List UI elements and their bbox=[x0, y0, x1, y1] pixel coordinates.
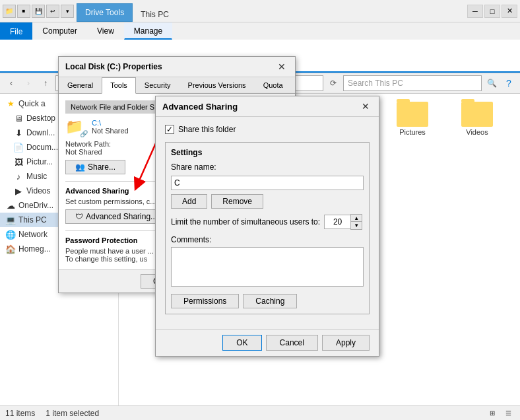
properties-title-bar: Local Disk (C:) Properties ✕ bbox=[59, 57, 295, 77]
tab-previous-versions[interactable]: Previous Versions bbox=[179, 77, 255, 93]
settings-label: Settings bbox=[171, 148, 364, 157]
advanced-sharing-body: ✓ Share this folder Settings Share name:… bbox=[156, 117, 379, 329]
advanced-sharing-dialog-title: Advanced Sharing bbox=[162, 102, 238, 112]
advanced-sharing-button-label: Advanced Sharing... bbox=[86, 212, 157, 221]
remove-button[interactable]: Remove bbox=[211, 194, 263, 209]
ok-button[interactable]: OK bbox=[222, 335, 261, 351]
share-folder-checkbox-label: Share this folder bbox=[178, 125, 236, 134]
advanced-sharing-footer: OK Cancel Apply bbox=[156, 329, 379, 356]
spinner-value[interactable]: 20 bbox=[324, 215, 350, 229]
share-folder-checkbox[interactable]: ✓ bbox=[165, 125, 174, 134]
properties-close-button[interactable]: ✕ bbox=[275, 61, 288, 73]
comments-textarea[interactable] bbox=[171, 247, 364, 287]
limit-label: Limit the number of simultaneous users t… bbox=[171, 217, 320, 227]
user-limit-spinner: 20 ▲ ▼ bbox=[324, 214, 362, 230]
share-name-label: Share name: bbox=[171, 162, 224, 172]
share-icon: 👥 bbox=[75, 162, 85, 172]
share-folder-icon: 📁 🔗 bbox=[65, 118, 86, 136]
spin-down-button[interactable]: ▼ bbox=[351, 222, 362, 229]
tab-security[interactable]: Security bbox=[136, 77, 179, 93]
spinner-arrows: ▲ ▼ bbox=[350, 214, 362, 230]
caching-button[interactable]: Caching bbox=[243, 294, 297, 308]
permissions-button[interactable]: Permissions bbox=[171, 294, 239, 308]
share-button[interactable]: 👥 Share... bbox=[65, 160, 125, 174]
properties-dialog-title: Local Disk (C:) Properties bbox=[65, 62, 162, 71]
permissions-caching-row: Permissions Caching bbox=[171, 294, 364, 308]
sharing-settings-group: Settings Share name: Add Remove Limit th… bbox=[165, 142, 370, 314]
dialog-overlay: Local Disk (C:) Properties ✕ General Too… bbox=[0, 0, 520, 420]
advanced-sharing-close-button[interactable]: ✕ bbox=[359, 100, 372, 112]
add-button[interactable]: Add bbox=[171, 194, 207, 209]
tab-general[interactable]: General bbox=[59, 77, 102, 93]
share-folder-checkbox-row: ✓ Share this folder bbox=[165, 125, 370, 134]
tab-tools[interactable]: Tools bbox=[102, 77, 136, 94]
add-remove-buttons: Add Remove bbox=[171, 194, 364, 209]
spin-up-button[interactable]: ▲ bbox=[351, 215, 362, 222]
share-name-row: Share name: bbox=[171, 162, 364, 172]
advanced-sharing-button[interactable]: 🛡 Advanced Sharing... bbox=[65, 209, 167, 224]
cancel-button[interactable]: Cancel bbox=[266, 335, 318, 351]
share-path-text: C:\ bbox=[92, 119, 129, 127]
shield-icon: 🛡 bbox=[75, 212, 83, 221]
advanced-sharing-title-bar: Advanced Sharing ✕ bbox=[156, 96, 379, 117]
share-status-text: Not Shared bbox=[92, 127, 129, 135]
share-button-label: Share... bbox=[88, 162, 115, 172]
properties-tabs: General Tools Security Previous Versions… bbox=[59, 77, 295, 94]
comments-label: Comments: bbox=[171, 235, 364, 244]
limit-users-row: Limit the number of simultaneous users t… bbox=[171, 214, 364, 230]
tab-quota[interactable]: Quota bbox=[255, 77, 292, 93]
share-path-info: C:\ Not Shared bbox=[92, 119, 129, 135]
share-name-input[interactable] bbox=[171, 176, 364, 190]
apply-button[interactable]: Apply bbox=[322, 335, 370, 351]
advanced-sharing-dialog: Advanced Sharing ✕ ✓ Share this folder S… bbox=[155, 96, 379, 357]
